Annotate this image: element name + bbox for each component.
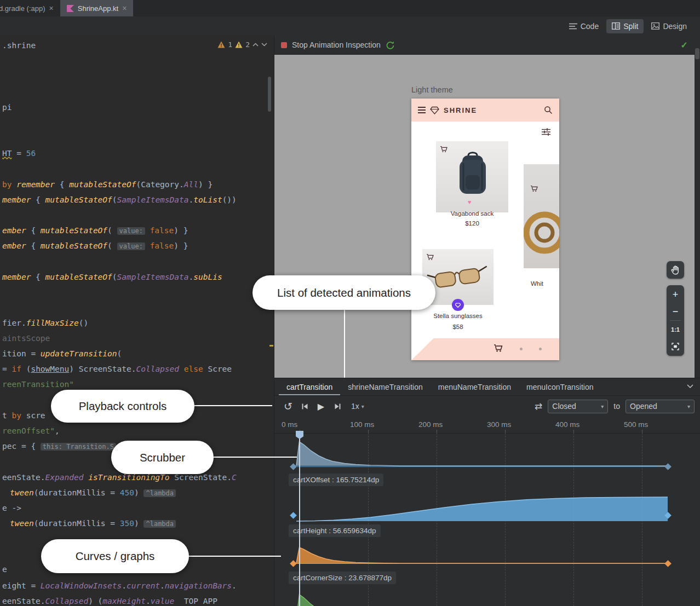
code-line: reenTransition" — [2, 379, 74, 390]
mode-label: Design — [663, 22, 687, 31]
shrine-cart-bar — [411, 338, 559, 360]
curve-cartCornerSize — [296, 547, 668, 564]
add-to-cart-icon — [426, 253, 434, 261]
curves-area: cartXOffset : 165.75214dpcartHeight : 56… — [274, 378, 700, 606]
product-name: Whit — [531, 280, 559, 287]
keyframe-diamond — [290, 512, 297, 519]
warning-stripe-mark — [269, 345, 273, 347]
file-tab-bar: d.gradle (:app) × ShrineApp.kt × — [0, 0, 700, 17]
code-editor[interactable]: 1 2 .shrinepiHT = 56by remember { mutabl… — [0, 36, 274, 606]
warning-count: 1 — [228, 41, 232, 49]
zoom-in-button[interactable]: + — [667, 286, 684, 303]
code-line: reenOffset", — [2, 426, 60, 436]
product-name: Vagabond sack — [436, 210, 508, 217]
add-to-cart-icon — [530, 185, 538, 192]
inspection-widget[interactable]: 1 2 — [217, 41, 267, 49]
tab-label: ShrineApp.kt — [78, 4, 118, 13]
shrine-brand: SHRINE — [444, 106, 477, 114]
code-line: e — [2, 564, 7, 575]
product-price: $58 — [422, 324, 494, 330]
stop-icon — [281, 42, 287, 48]
product-price: $120 — [436, 220, 508, 227]
code-line: by remember { mutableStateOf(Category.Al… — [2, 180, 213, 190]
split-icon — [612, 22, 620, 30]
close-icon[interactable]: × — [122, 4, 127, 12]
add-to-cart-icon — [440, 146, 447, 153]
page-dot — [520, 348, 523, 350]
design-icon — [651, 22, 659, 30]
product-image-belt — [524, 164, 559, 268]
filter-icon — [542, 128, 550, 136]
tab-build-gradle[interactable]: d.gradle (:app) × — [0, 0, 60, 16]
theme-label: Light theme — [411, 85, 453, 94]
curve-value-label: cartCornerSize : 23.678877dp — [289, 572, 396, 584]
preview-canvas: Light theme SHRINE — [274, 55, 695, 378]
callout-pointer-line — [214, 457, 297, 458]
weak-warning-icon — [235, 41, 243, 48]
code-line: eenState.Expanded isTransitioningTo Scre… — [2, 472, 237, 483]
keyframe-diamond — [290, 560, 297, 567]
curve-value-label: cartHeight : 56.659634dp — [289, 524, 381, 537]
code-line: eenState.Collapsed) (maxHeight.value TOP… — [2, 596, 217, 606]
product-image-vagabond-sack: ♥ — [436, 141, 508, 212]
code-line: pi — [2, 102, 12, 113]
new-badge-icon — [452, 299, 464, 311]
pan-tool-button[interactable] — [667, 261, 684, 279]
mode-label: Code — [581, 22, 599, 31]
android-studio-window: d.gradle (:app) × ShrineApp.kt × Code — [0, 0, 700, 606]
shrine-logo-icon — [430, 106, 439, 114]
mode-split[interactable]: Split — [606, 19, 644, 33]
code-line: tween(durationMillis = 350) ^lambda — [10, 518, 176, 529]
belt-photo — [524, 164, 559, 268]
code-line: ember { mutableStateOf( value: false) } — [2, 241, 188, 252]
chevron-down-icon[interactable] — [261, 43, 267, 47]
hand-icon — [670, 264, 681, 275]
scrubber-line — [299, 431, 300, 606]
code-line: .shrine — [2, 41, 36, 51]
cart-icon — [494, 344, 503, 353]
code-line: t by scre — [2, 411, 45, 421]
mode-design[interactable]: Design — [646, 19, 692, 33]
status-check-icon: ✓ — [681, 40, 688, 50]
refresh-icon[interactable] — [386, 41, 394, 49]
animation-preview-toolbar: Stop Animation Inspection ✓ — [274, 36, 695, 55]
page-dot — [539, 348, 542, 350]
code-icon — [569, 23, 577, 30]
code-line: = if (showMenu) ScreenState.Collapsed el… — [2, 364, 232, 374]
gutter-thumb — [695, 48, 699, 59]
code-line: e -> — [2, 503, 21, 513]
zoom-out-button[interactable]: − — [667, 303, 684, 320]
shrine-app-bar: SHRINE — [411, 99, 559, 122]
close-icon[interactable]: × — [49, 4, 54, 12]
code-line: ition = updateTransition( — [2, 349, 122, 359]
callout-playback-controls: Playback controls — [51, 390, 194, 423]
zoom-controls: + − 1:1 — [667, 285, 684, 356]
curve-curve4 — [296, 594, 668, 606]
warning-count: 2 — [245, 41, 250, 49]
search-icon — [544, 106, 553, 114]
fit-screen-icon — [672, 343, 679, 350]
menu-icon — [418, 107, 426, 113]
warning-icon — [217, 41, 225, 48]
mode-label: Split — [623, 22, 638, 31]
stop-animation-inspection-button[interactable]: Stop Animation Inspection — [292, 41, 381, 49]
callout-pointer-line — [194, 405, 272, 406]
callout-curves-graphs: Curves / graphs — [41, 539, 189, 573]
keyframe-diamond — [290, 463, 297, 470]
curve-cartXOffset — [296, 441, 668, 466]
editor-scrollbar[interactable] — [268, 77, 271, 112]
keyframe-track-line — [296, 466, 668, 467]
kotlin-file-icon — [67, 5, 74, 12]
callout-pointer-line — [189, 556, 281, 557]
mode-code[interactable]: Code — [564, 19, 604, 33]
code-line: member { mutableStateOf(SampleItemsData.… — [2, 272, 222, 282]
product-name: Stella sunglasses — [422, 313, 494, 319]
editor-mode-bar: Code Split Design — [0, 16, 700, 36]
chevron-up-icon[interactable] — [253, 43, 259, 47]
zoom-100-button[interactable]: 1:1 — [667, 321, 684, 338]
curve-value-label: cartXOffset : 165.75214dp — [289, 474, 383, 486]
callout-detected-animations: List of detected animations — [253, 275, 435, 310]
code-line: eight = LocalWindowInsets.current.naviga… — [2, 581, 237, 591]
tab-shrineapp[interactable]: ShrineApp.kt × — [60, 0, 134, 16]
zoom-to-fit-button[interactable] — [667, 338, 684, 355]
